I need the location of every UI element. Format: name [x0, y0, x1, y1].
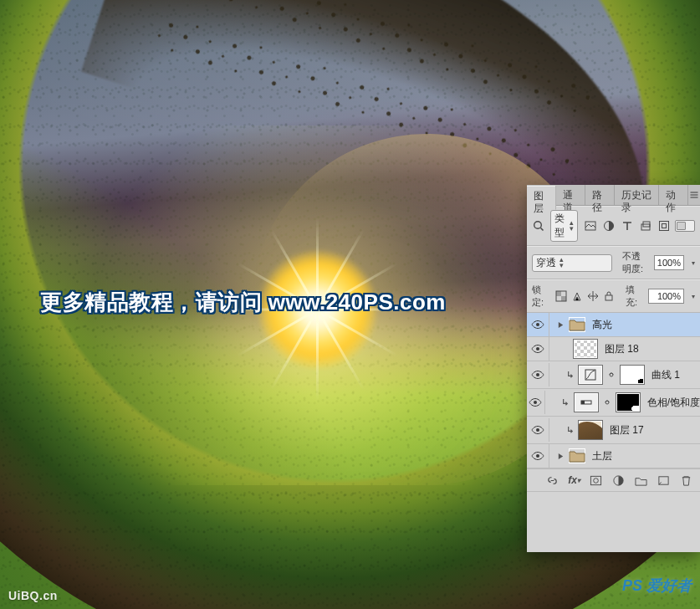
layer-name[interactable]: 图层 18	[601, 342, 639, 356]
layer-row-huesat[interactable]: 色相/饱和度	[527, 389, 700, 417]
filter-kind-label: 类型	[554, 212, 566, 240]
panel-bottom-bar: fx▾	[527, 468, 700, 491]
folder-icon	[569, 317, 585, 332]
add-mask-icon[interactable]	[589, 473, 603, 488]
blend-mode-label: 穿透	[536, 256, 556, 270]
mask-link-icon[interactable]	[602, 397, 612, 407]
lock-all-icon[interactable]	[602, 289, 616, 303]
layer-row-layer18[interactable]: 图层 18	[527, 337, 700, 361]
svg-point-16	[536, 428, 539, 432]
svg-rect-15	[581, 401, 585, 404]
promo-overlay: 更多精品教程，请访问 www.240PS.com	[40, 288, 446, 317]
filter-shape-icon[interactable]	[638, 218, 653, 233]
tab-history[interactable]: 历史记录	[615, 185, 659, 205]
filter-toggle[interactable]	[675, 220, 695, 232]
svg-point-19	[594, 478, 599, 483]
adjustment-icon[interactable]	[578, 365, 603, 385]
lock-position-icon[interactable]	[586, 289, 600, 303]
new-adjustment-icon[interactable]	[611, 473, 626, 488]
filter-type-icon[interactable]	[620, 218, 635, 233]
layer-name[interactable]: 色相/饱和度	[644, 396, 700, 410]
layer-name[interactable]: 图层 17	[606, 423, 644, 438]
trash-icon[interactable]	[679, 473, 693, 488]
visibility-toggle[interactable]	[527, 391, 545, 414]
layer-list: 高光 图层 18	[527, 313, 700, 468]
svg-rect-18	[590, 476, 600, 484]
fill-label: 填充:	[626, 284, 643, 309]
folder-icon	[569, 448, 585, 463]
tab-layers[interactable]: 图层	[527, 186, 556, 210]
svg-point-11	[536, 373, 539, 376]
promo-prefix: 更多精品教程，请访问	[40, 289, 268, 315]
fill-value: 100%	[657, 291, 681, 301]
layers-panel[interactable]: 图层 通道 路径 历史记录 动作 类型 ▴▾	[527, 185, 700, 552]
svg-point-0	[534, 222, 542, 229]
watermark-left: UiBQ.cn	[8, 589, 58, 602]
opacity-input[interactable]: 100%	[654, 255, 684, 270]
clip-arrow-icon	[565, 426, 575, 435]
blend-row: 穿透 ▴▾ 不透明度: 100% ▾	[527, 246, 700, 279]
layer-name[interactable]: 曲线 1	[648, 368, 680, 382]
canvas-composite: 更多精品教程，请访问 www.240PS.com PS 爱好者 UiBQ.cn …	[0, 0, 700, 609]
layer-mask-thumbnail[interactable]	[620, 365, 645, 385]
layer-row-layer17[interactable]: 图层 17	[527, 417, 700, 444]
svg-point-17	[536, 454, 539, 458]
visibility-toggle[interactable]	[527, 363, 549, 386]
filter-smart-icon[interactable]	[657, 218, 672, 233]
filter-adjust-icon[interactable]	[601, 218, 616, 233]
watermark-right: PS 爱好者	[622, 576, 692, 596]
new-layer-icon[interactable]	[657, 473, 671, 488]
blend-mode-select[interactable]: 穿透 ▴▾	[532, 254, 612, 272]
fx-icon[interactable]: fx▾	[568, 473, 580, 488]
promo-url: www.240PS.com	[268, 289, 446, 315]
panel-empty-area	[527, 491, 700, 552]
tab-channels[interactable]: 通道	[556, 185, 585, 205]
clip-arrow-icon	[565, 371, 575, 380]
lock-transparent-icon[interactable]	[554, 289, 568, 303]
fill-input[interactable]: 100%	[648, 289, 684, 304]
filter-kind-select[interactable]: 类型 ▴▾	[550, 210, 578, 242]
chevron-down-icon[interactable]: ▾	[692, 293, 695, 300]
lock-row: 锁定: 填充: 100% ▾	[527, 279, 700, 313]
svg-point-10	[536, 347, 539, 351]
chevron-down-icon[interactable]: ▾	[692, 259, 695, 267]
chevron-updown-icon: ▴▾	[559, 257, 564, 269]
new-group-icon[interactable]	[634, 473, 648, 488]
layer-name[interactable]: 高光	[589, 318, 612, 332]
tab-paths[interactable]: 路径	[585, 185, 615, 205]
svg-rect-5	[660, 222, 669, 231]
link-layers-icon[interactable]	[545, 473, 559, 488]
disclosure-triangle-icon[interactable]	[556, 452, 565, 461]
disclosure-triangle-icon[interactable]	[556, 320, 565, 330]
layer-row-curves1[interactable]: 曲线 1	[527, 361, 700, 389]
svg-point-13	[534, 401, 537, 404]
layer-row-group-soil[interactable]: 土层	[527, 444, 700, 468]
visibility-toggle[interactable]	[527, 444, 549, 468]
opacity-label: 不透明度:	[622, 250, 649, 275]
svg-rect-8	[605, 295, 612, 300]
panel-menu-icon[interactable]	[688, 185, 700, 205]
visibility-toggle[interactable]	[527, 313, 549, 336]
search-icon[interactable]	[532, 218, 545, 233]
lock-image-icon[interactable]	[570, 289, 584, 303]
mask-link-icon[interactable]	[606, 370, 616, 380]
adjustment-icon[interactable]	[574, 392, 599, 412]
svg-rect-6	[662, 224, 667, 228]
clip-arrow-icon	[560, 398, 570, 407]
layer-thumbnail[interactable]	[573, 339, 598, 359]
panel-tabs: 图层 通道 路径 历史记录 动作	[527, 185, 700, 206]
visibility-toggle[interactable]	[527, 418, 549, 442]
filter-pixel-icon[interactable]	[583, 218, 598, 233]
layer-mask-thumbnail[interactable]	[616, 392, 641, 412]
chevron-updown-icon: ▴▾	[570, 220, 574, 232]
tab-actions[interactable]: 动作	[659, 185, 688, 205]
lock-label: 锁定:	[532, 284, 549, 309]
svg-point-9	[536, 323, 539, 326]
opacity-value: 100%	[657, 258, 681, 268]
visibility-toggle[interactable]	[527, 337, 549, 361]
layer-name[interactable]: 土层	[589, 449, 612, 463]
layer-row-group-highlight[interactable]: 高光	[527, 313, 700, 337]
layer-thumbnail[interactable]	[578, 420, 603, 440]
